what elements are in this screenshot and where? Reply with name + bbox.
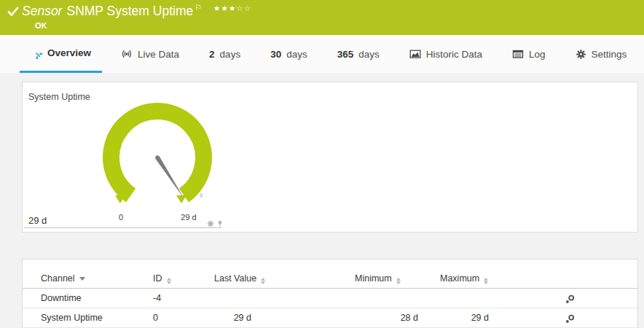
object-kind-label: Sensor <box>22 4 62 18</box>
sort-icon <box>484 278 488 284</box>
cell-channel: Downtime <box>41 293 82 303</box>
tab-30-days-unit: days <box>286 49 307 60</box>
status-badge: OK <box>35 21 47 30</box>
tab-live-data[interactable]: Live Data <box>110 35 190 73</box>
tab-365-days-unit: days <box>358 49 380 60</box>
table-row-system-uptime: System Uptime 0 29 d 28 d 29 d <box>23 308 637 328</box>
gauge-divider <box>24 227 221 228</box>
column-header-maximum[interactable]: Maximum <box>440 273 488 284</box>
cell-id: -4 <box>153 293 161 303</box>
cell-maximum: 29 d <box>431 313 489 323</box>
gauge-panel: System Uptime x̄ 0 29 d 29 d <box>22 82 638 233</box>
sensor-name: SNMP System Uptime <box>66 4 193 18</box>
page-title: SensorSNMP System Uptime⚐★★★☆☆ <box>22 3 251 19</box>
live-data-icon <box>121 48 133 60</box>
tab-2-days-number: 2 <box>209 49 215 60</box>
cell-minimum: 28 d <box>360 313 418 323</box>
tab-30-days[interactable]: 30 days <box>259 35 318 73</box>
cell-id: 0 <box>153 313 158 323</box>
channel-settings-icon[interactable] <box>565 314 575 326</box>
log-list-icon <box>512 48 524 60</box>
column-header-channel[interactable]: Channel <box>41 273 85 284</box>
gauge-icon <box>31 47 42 59</box>
tab-historic-data-label: Historic Data <box>426 49 482 60</box>
tab-settings-label: Settings <box>592 49 627 60</box>
gauge-settings-gear-icon[interactable] <box>207 217 214 230</box>
channel-settings-icon[interactable] <box>565 294 575 306</box>
tab-2-days-unit: days <box>220 49 241 60</box>
tab-overview[interactable]: Overview <box>20 35 102 73</box>
column-header-id[interactable]: ID <box>153 273 171 284</box>
priority-stars[interactable]: ★★★☆☆ <box>213 4 251 12</box>
tab-live-data-label: Live Data <box>138 49 179 60</box>
gauge-mean-marker: x̄ <box>200 192 203 199</box>
cell-channel: System Uptime <box>41 313 103 323</box>
column-header-minimum[interactable]: Minimum <box>355 273 401 284</box>
sensor-status-header: SensorSNMP System Uptime⚐★★★☆☆ OK <box>0 0 644 35</box>
settings-gear-icon <box>576 49 586 60</box>
sort-icon <box>396 278 401 284</box>
gauge-value-marker <box>176 195 186 203</box>
gauge-min-label: 0 <box>119 213 123 222</box>
column-header-last-value[interactable]: Last Value <box>214 273 265 284</box>
flag-icon: ⚐ <box>195 3 202 12</box>
channel-table-panel: Channel ID Last Value Minimum Maximum Do… <box>22 259 638 328</box>
gauge-current-value: 29 d <box>28 215 47 226</box>
sort-desc-icon <box>79 277 85 281</box>
tab-365-days-number: 365 <box>337 49 354 60</box>
tab-log[interactable]: Log <box>501 35 557 73</box>
cell-last-value: 29 d <box>193 313 251 323</box>
gauge-max-label: 29 d <box>181 213 196 222</box>
tab-historic-data[interactable]: Historic Data <box>398 35 493 73</box>
tab-30-days-number: 30 <box>270 49 281 60</box>
tab-365-days[interactable]: 365 days <box>326 35 390 73</box>
sort-icon <box>261 278 265 284</box>
channel-table-header: Channel ID Last Value Minimum Maximum <box>23 269 637 289</box>
sort-icon <box>167 278 171 284</box>
tab-settings[interactable]: Settings <box>565 35 638 73</box>
uptime-gauge: x̄ 0 29 d <box>23 82 639 233</box>
tab-log-label: Log <box>529 49 546 60</box>
table-row-downtime: Downtime -4 <box>23 289 637 308</box>
tab-bar: Overview Live Data 2 days 30 days 365 da… <box>0 35 644 73</box>
tab-2-days[interactable]: 2 days <box>198 35 251 73</box>
historic-chart-icon <box>409 48 421 60</box>
gauge-needle <box>155 156 184 199</box>
status-check-icon <box>7 5 20 21</box>
tab-overview-label: Overview <box>47 47 91 58</box>
gauge-pin-icon[interactable] <box>216 217 224 230</box>
